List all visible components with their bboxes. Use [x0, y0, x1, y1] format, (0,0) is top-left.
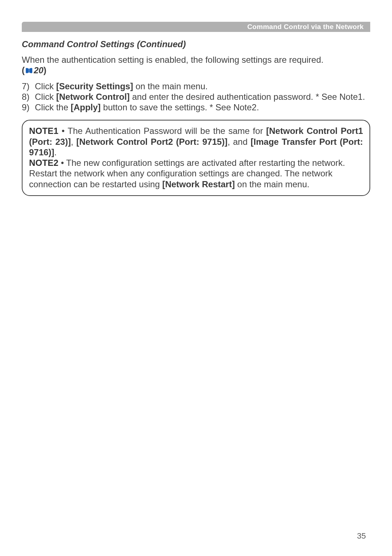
header-title: Command Control via the Network [247, 23, 364, 31]
step-post: button to save the settings. * See Note2… [101, 102, 259, 112]
page-ref: (20) [22, 65, 46, 75]
book-icon [25, 66, 33, 76]
section-title: Command Control Settings (Continued) [22, 39, 370, 49]
note-box: NOTE1 • The Authentication Password will… [22, 120, 370, 196]
intro-text: When the authentication setting is enabl… [22, 55, 323, 65]
header-bar: Command Control via the Network [22, 22, 370, 32]
step-post: and enter the desired authentication pas… [130, 92, 365, 102]
note1-label: NOTE1 [29, 126, 58, 136]
step-bold: [Network Control] [56, 92, 130, 102]
steps-list: 7) Click [Security Settings] on the main… [22, 81, 370, 113]
note1-sep: • [58, 126, 68, 136]
page-ref-close: ) [44, 65, 46, 75]
note1-b2: [Network Control Port2 (Port: 9715)] [76, 137, 228, 147]
step-body: Click [Network Control] and enter the de… [35, 91, 370, 102]
note2-b1: [Network Restart] [162, 179, 235, 189]
page-ref-num: 20 [34, 65, 44, 75]
intro-paragraph: When the authentication setting is enabl… [22, 54, 370, 77]
note1-t2: , [71, 137, 76, 147]
step-num: 7) [22, 81, 35, 91]
note2-sep: • [58, 158, 66, 168]
note1-t3: , and [228, 137, 251, 147]
step-num: 9) [22, 102, 35, 113]
page-ref-open: ( [22, 65, 25, 75]
step-body: Click the [Apply] button to save the set… [35, 102, 370, 113]
step-pre: Click [35, 92, 56, 102]
step-7: 7) Click [Security Settings] on the main… [22, 81, 370, 91]
step-bold: [Security Settings] [56, 81, 133, 91]
note2-t2: on the main menu. [235, 179, 309, 189]
step-pre: Click the [35, 102, 71, 112]
step-8: 8) Click [Network Control] and enter the… [22, 91, 370, 102]
note2-paragraph: NOTE2 • The new configuration settings a… [29, 158, 363, 189]
note1-paragraph: NOTE1 • The Authentication Password will… [29, 126, 363, 158]
page-number: 35 [357, 531, 366, 541]
step-body: Click [Security Settings] on the main me… [35, 81, 370, 91]
step-9: 9) Click the [Apply] button to save the … [22, 102, 370, 113]
step-bold: [Apply] [71, 102, 101, 112]
note2-label: NOTE2 [29, 158, 58, 168]
note1-t1: The Authentication Password will be the … [68, 126, 266, 136]
step-post: on the main menu. [133, 81, 208, 91]
step-num: 8) [22, 91, 35, 102]
step-pre: Click [35, 81, 56, 91]
note1-t4: . [54, 147, 57, 157]
